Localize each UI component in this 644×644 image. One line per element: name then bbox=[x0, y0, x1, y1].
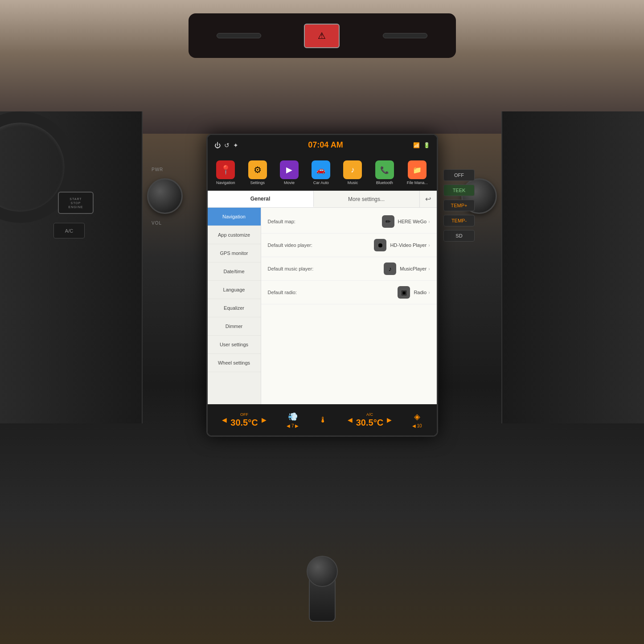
main-content: Navigation App customize GPS monitor Dat… bbox=[208, 208, 437, 404]
tab-general[interactable]: General bbox=[208, 191, 314, 207]
status-time: 07:04 AM bbox=[308, 140, 343, 150]
default-video-label: Default video player: bbox=[268, 242, 374, 248]
default-map-icon: ✏ bbox=[382, 215, 394, 228]
left-climate-controls: ◀ OFF 30.5°C ▶ bbox=[222, 412, 266, 428]
left-temp-value: 30.5°C bbox=[230, 418, 258, 428]
default-music-value: MusicPlayer › bbox=[400, 266, 430, 271]
fan-level: 7 bbox=[291, 423, 295, 428]
default-map-value: HERE WeGo › bbox=[398, 219, 430, 224]
settings-sidebar: Navigation App customize GPS monitor Dat… bbox=[208, 208, 261, 404]
auto-controls: ◀ 10 bbox=[412, 423, 422, 428]
gear-shifter bbox=[309, 568, 336, 622]
app-filemanager[interactable]: 📁 File Mana... bbox=[407, 160, 428, 185]
setting-row-default-map[interactable]: Default map: ✏ HERE WeGo › bbox=[261, 210, 437, 234]
left-knob[interactable] bbox=[147, 178, 183, 214]
chevron-icon: › bbox=[428, 290, 430, 295]
sidebar-item-equalizer[interactable]: Equalizer bbox=[208, 299, 261, 317]
settings-icon: ⚙ bbox=[248, 160, 267, 179]
setting-row-default-radio[interactable]: Default radio: ▣ Radio › bbox=[261, 281, 437, 304]
music-icon: ♪ bbox=[343, 160, 362, 179]
sidebar-item-dimmer[interactable]: Dimmer bbox=[208, 317, 261, 336]
sidebar-item-gps-monitor[interactable]: GPS monitor bbox=[208, 244, 261, 263]
movie-label: Movie bbox=[284, 180, 295, 185]
default-video-icon: ⏺ bbox=[374, 239, 386, 251]
right-temp-up-btn[interactable]: ▶ bbox=[387, 416, 392, 423]
status-icons-left: ⏻ ↺ ✦ bbox=[214, 142, 238, 149]
default-radio-label: Default radio: bbox=[268, 290, 398, 295]
left-temp-down-btn[interactable]: ◀ bbox=[222, 416, 227, 423]
status-icons-right: 📶 🔋 bbox=[413, 142, 430, 148]
temp-plus-button[interactable]: TEMP+ bbox=[443, 200, 475, 211]
app-music[interactable]: ♪ Music bbox=[343, 160, 362, 185]
sidebar-item-wheel-settings[interactable]: Wheel settings bbox=[208, 354, 261, 372]
main-screen: ⏻ ↺ ✦ 07:04 AM 📶 🔋 📍 Navigation ⚙ Settin… bbox=[206, 134, 438, 437]
app-settings[interactable]: ⚙ Settings bbox=[248, 160, 267, 185]
default-music-icon: ♪ bbox=[384, 263, 396, 275]
carauto-label: Car Auto bbox=[313, 180, 329, 185]
right-temp-value: 30.5°C bbox=[356, 418, 383, 428]
vent-icon-center: 🌡 bbox=[319, 415, 327, 425]
nav-tabs: General More settings... ↩ bbox=[208, 191, 437, 208]
status-bar: ⏻ ↺ ✦ 07:04 AM 📶 🔋 bbox=[208, 135, 437, 155]
refresh-icon: ↺ bbox=[224, 142, 230, 149]
vol-label: VOL bbox=[152, 221, 162, 226]
app-movie[interactable]: ▶ Movie bbox=[280, 160, 299, 185]
sidebar-item-datetime[interactable]: Date/time bbox=[208, 263, 261, 281]
app-carauto[interactable]: 🚗 Car Auto bbox=[312, 160, 330, 185]
climate-bar: ◀ OFF 30.5°C ▶ 💨 ◀ 7 ▶ 🌡 bbox=[208, 404, 437, 435]
sidebar-item-language[interactable]: Language bbox=[208, 281, 261, 299]
auto-level: 10 bbox=[417, 423, 422, 428]
bluetooth-icon: 📞 bbox=[375, 160, 394, 179]
navigation-label: Navigation bbox=[216, 180, 235, 185]
back-button[interactable]: ↩ bbox=[420, 191, 437, 207]
right-climate-controls: ◀ A/C 30.5°C ▶ bbox=[348, 412, 392, 428]
auto-icon: ◈ bbox=[414, 412, 420, 422]
right-ac-label: A/C bbox=[366, 412, 373, 417]
setting-row-default-video[interactable]: Default video player: ⏺ HD-Video Player … bbox=[261, 234, 437, 257]
left-climate-section: OFF 30.5°C bbox=[230, 412, 258, 428]
auto-left-btn[interactable]: ◀ bbox=[412, 423, 416, 428]
default-radio-icon: ▣ bbox=[398, 286, 410, 299]
navigation-icon: 📍 bbox=[216, 160, 235, 179]
tab-more-settings[interactable]: More settings... bbox=[314, 191, 420, 207]
default-map-label: Default map: bbox=[268, 219, 382, 224]
app-bluetooth[interactable]: 📞 Bluetooth bbox=[375, 160, 394, 185]
sidebar-item-user-settings[interactable]: User settings bbox=[208, 336, 261, 354]
wifi-icon: 📶 bbox=[413, 142, 420, 148]
settings-label: Settings bbox=[250, 180, 265, 185]
right-climate-section: A/C 30.5°C bbox=[356, 412, 383, 428]
power-icon: ⏻ bbox=[214, 142, 221, 149]
auto-section: ◈ ◀ 10 bbox=[412, 412, 422, 428]
app-navigation[interactable]: 📍 Navigation bbox=[216, 160, 235, 185]
settings-content: Default map: ✏ HERE WeGo › Default video… bbox=[261, 208, 437, 404]
carauto-icon: 🚗 bbox=[312, 160, 330, 179]
chevron-icon: › bbox=[428, 219, 430, 224]
ac-button[interactable]: A/C bbox=[53, 223, 85, 238]
battery-icon: 🔋 bbox=[423, 142, 430, 148]
side-buttons: OFF TEEK TEMP+ TEMP- SD bbox=[443, 169, 475, 242]
default-radio-value: Radio › bbox=[414, 290, 430, 295]
teek-button[interactable]: TEEK bbox=[443, 185, 475, 196]
fan-right-btn[interactable]: ▶ bbox=[295, 423, 299, 428]
sd-button[interactable]: SD bbox=[443, 230, 475, 242]
fan-section: 💨 ◀ 7 ▶ bbox=[287, 412, 299, 428]
bluetooth-label: Bluetooth bbox=[376, 180, 393, 185]
brightness-icon: ✦ bbox=[233, 142, 238, 149]
chevron-icon: › bbox=[428, 243, 430, 248]
temp-minus-button[interactable]: TEMP- bbox=[443, 215, 475, 226]
sidebar-item-app-customize[interactable]: App customize bbox=[208, 226, 261, 244]
gear-knob[interactable] bbox=[307, 556, 338, 587]
music-label: Music bbox=[348, 180, 358, 185]
fan-controls: ◀ 7 ▶ bbox=[287, 423, 299, 428]
default-video-value: HD-Video Player › bbox=[390, 242, 430, 248]
filemanager-icon: 📁 bbox=[408, 160, 427, 179]
filemanager-label: File Mana... bbox=[407, 180, 428, 185]
dashboard: ⚠ START STOP ENGINE A/C VOL PWR OFF TEEK… bbox=[0, 0, 644, 644]
off-button[interactable]: OFF bbox=[443, 169, 475, 181]
left-temp-up-btn[interactable]: ▶ bbox=[262, 416, 267, 423]
chevron-icon: › bbox=[428, 267, 430, 271]
right-temp-down-btn[interactable]: ◀ bbox=[348, 416, 353, 423]
sidebar-item-navigation[interactable]: Navigation bbox=[208, 208, 261, 226]
fan-left-btn[interactable]: ◀ bbox=[287, 423, 290, 428]
setting-row-default-music[interactable]: Default music player: ♪ MusicPlayer › bbox=[261, 257, 437, 281]
